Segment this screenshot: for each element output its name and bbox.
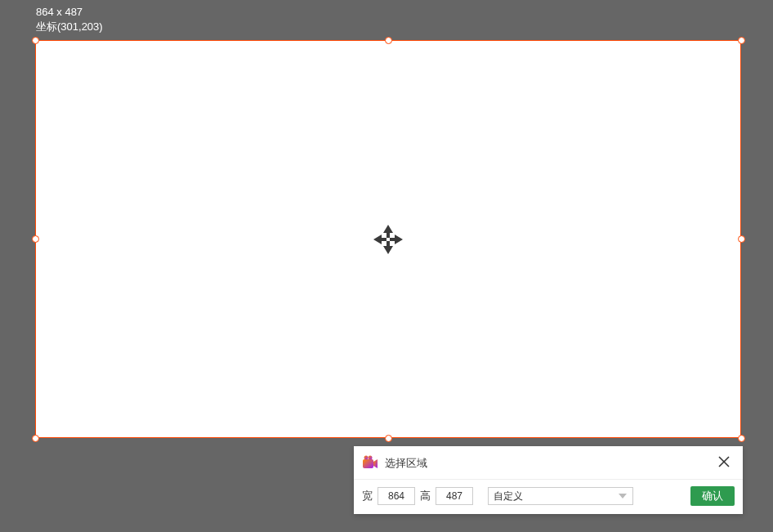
toolbar-header: 选择区域 <box>354 446 743 480</box>
width-input[interactable] <box>378 487 415 505</box>
move-icon[interactable] <box>372 223 404 256</box>
resize-handle-top-left[interactable] <box>32 37 39 44</box>
close-button[interactable] <box>713 453 735 474</box>
svg-rect-4 <box>363 459 373 468</box>
selection-area[interactable] <box>35 40 741 438</box>
svg-point-7 <box>369 456 373 460</box>
chevron-down-icon <box>618 491 628 501</box>
height-input[interactable] <box>436 487 473 505</box>
svg-marker-0 <box>383 225 393 238</box>
svg-marker-3 <box>390 235 403 244</box>
dimensions-text: 864 x 487 <box>36 5 103 20</box>
resize-handle-top-right[interactable] <box>738 37 745 44</box>
confirm-button[interactable]: 确认 <box>690 486 735 506</box>
toolbar-body: 宽 高 自定义 确认 <box>354 480 743 514</box>
preset-selected-label: 自定义 <box>494 490 523 503</box>
preset-select[interactable]: 自定义 <box>488 487 633 505</box>
svg-marker-5 <box>373 459 378 468</box>
width-label: 宽 <box>362 489 373 503</box>
svg-point-6 <box>364 456 369 460</box>
camera-icon <box>362 455 378 472</box>
coords-text: 坐标(301,203) <box>36 20 103 34</box>
svg-marker-2 <box>373 235 386 244</box>
svg-marker-1 <box>383 241 393 254</box>
height-label: 高 <box>420 489 431 503</box>
toolbar-title: 选择区域 <box>385 456 713 471</box>
resize-handle-middle-left[interactable] <box>32 235 39 243</box>
svg-marker-10 <box>619 494 627 498</box>
close-icon <box>718 456 730 471</box>
resize-handle-bottom-right[interactable] <box>738 435 745 442</box>
selection-info-overlay: 864 x 487 坐标(301,203) <box>36 5 103 34</box>
resize-handle-middle-right[interactable] <box>738 235 745 243</box>
resize-handle-bottom-left[interactable] <box>32 435 39 442</box>
resize-handle-top-middle[interactable] <box>385 37 392 44</box>
region-toolbar: 选择区域 宽 高 自定义 确认 <box>354 446 743 514</box>
resize-handle-bottom-middle[interactable] <box>385 435 392 442</box>
